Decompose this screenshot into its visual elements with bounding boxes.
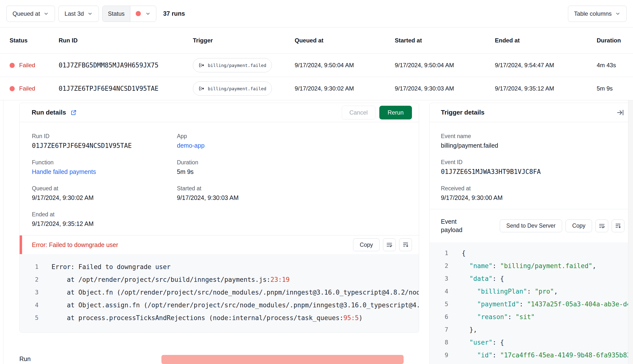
trigger-cell: billing/payment.failed xyxy=(193,58,295,72)
table-body: Failed 01J7ZFBG5DMM85MJA9H659JX75 billin… xyxy=(0,54,633,100)
vertical-scrollbar[interactable] xyxy=(628,100,633,364)
trigger-event-name: billing/payment.failed xyxy=(208,63,266,68)
time-range-filter-button[interactable]: Last 3d xyxy=(58,6,99,22)
code-line: 7 }, xyxy=(430,323,633,336)
line-number: 5 xyxy=(20,312,38,324)
cancel-button[interactable]: Cancel xyxy=(342,106,376,120)
event-id-label: Event ID xyxy=(441,159,633,166)
column-header-duration[interactable]: Duration xyxy=(597,37,633,44)
line-number: 1 xyxy=(20,260,38,273)
run-id-value: 01J7ZE6TPJF6E94NCSD1V95TAE xyxy=(32,142,177,150)
line-number: 3 xyxy=(20,286,38,299)
table-row[interactable]: Failed 01J7ZE6TPJF6E94NCSD1V95TAE billin… xyxy=(0,77,633,100)
table-row[interactable]: Failed 01J7ZFBG5DMM85MJA9H659JX75 billin… xyxy=(0,54,633,77)
timeline-run-label: Run xyxy=(20,356,31,362)
collapse-panel-icon[interactable] xyxy=(616,109,624,116)
status-label: Failed xyxy=(19,62,35,69)
code-text: at process.processTicksAndRejections (no… xyxy=(52,312,363,324)
app-link[interactable]: demo-app xyxy=(177,142,204,149)
trigger-cell: billing/payment.failed xyxy=(193,82,295,96)
table-columns-button[interactable]: Table columns xyxy=(568,6,626,22)
event-name-value: billing/payment.failed xyxy=(441,142,633,149)
status-label: Failed xyxy=(19,85,35,92)
run-details-fields: Run ID 01J7ZE6TPJF6E94NCSD1V95TAE App de… xyxy=(20,122,419,237)
ended-at-field: Ended at 9/17/2024, 9:35:12 AM xyxy=(32,211,177,228)
wrap-text-icon xyxy=(599,223,605,229)
code-text: "id": "17ca4ff6-45ea-4149-9b48-6fa935b83… xyxy=(462,349,633,362)
expand-lines-icon-button[interactable] xyxy=(612,220,624,232)
time-range-label: Last 3d xyxy=(64,10,84,17)
status-filter-value[interactable] xyxy=(130,6,156,22)
failed-dot-icon xyxy=(10,86,15,91)
send-to-dev-server-button[interactable]: Send to Dev Server xyxy=(500,220,562,232)
trigger-pill[interactable]: billing/payment.failed xyxy=(193,82,272,96)
column-header-ended-at[interactable]: Ended at xyxy=(495,37,597,44)
column-header-run-id[interactable]: Run ID xyxy=(59,37,193,44)
function-link[interactable]: Handle failed payments xyxy=(32,168,96,175)
run-id-cell[interactable]: 01J7ZE6TPJF6E94NCSD1V95TAE xyxy=(59,85,193,92)
code-line: 1{ xyxy=(430,247,633,260)
copy-error-button[interactable]: Copy xyxy=(353,238,380,251)
line-number: 4 xyxy=(20,299,38,312)
code-text: { xyxy=(462,247,466,260)
function-field: Function Handle failed payments xyxy=(32,159,177,176)
wrap-text-icon-button[interactable] xyxy=(596,220,608,232)
event-payload-header: Event payload Send to Dev Server Copy xyxy=(430,209,633,242)
column-header-queued-at[interactable]: Queued at xyxy=(295,37,395,44)
column-header-trigger[interactable]: Trigger xyxy=(193,37,295,44)
run-actions: Cancel Rerun xyxy=(342,106,412,120)
timeline-run-bar[interactable] xyxy=(162,355,404,364)
function-label: Function xyxy=(32,159,177,166)
code-line: 8 "user": { xyxy=(430,336,633,349)
status-filter[interactable]: Status xyxy=(102,6,156,22)
copy-payload-button[interactable]: Copy xyxy=(566,220,592,232)
duration-label: Duration xyxy=(177,159,419,166)
line-number: 2 xyxy=(430,260,448,272)
payload-code: 1{2 "name": "billing/payment.failed",3 "… xyxy=(430,242,633,364)
trigger-pill[interactable]: billing/payment.failed xyxy=(193,58,272,72)
code-line: 3 at Object.fn (/opt/render/project/src/… xyxy=(20,286,419,299)
trigger-details-title: Trigger details xyxy=(441,109,484,116)
queued-at-field: Queued at 9/17/2024, 9:30:02 AM xyxy=(32,185,177,202)
expanded-run-details: Run details Cancel Rerun Run ID 01J7ZE6T… xyxy=(0,100,633,364)
code-text: at /opt/render/project/src/build/inngest… xyxy=(52,273,290,286)
error-actions: Copy xyxy=(353,238,412,251)
status-cell: Failed xyxy=(0,85,59,92)
queued-at-filter-button[interactable]: Queued at xyxy=(6,6,55,22)
code-text: }, xyxy=(462,323,477,336)
run-id-field: Run ID 01J7ZE6TPJF6E94NCSD1V95TAE xyxy=(32,133,177,150)
failed-dot-icon xyxy=(10,63,15,68)
code-text: at Object.fn (/opt/render/project/src/no… xyxy=(52,286,419,299)
queued-at-cell: 9/17/2024, 9:30:02 AM xyxy=(295,85,395,92)
wrap-text-icon-button[interactable] xyxy=(383,238,396,251)
received-at-value: 9/17/2024, 9:30:00 AM xyxy=(441,194,633,202)
error-section: Error: Failed to downgrade user Copy 1Er… xyxy=(20,235,419,332)
chevron-down-icon xyxy=(145,11,151,16)
app-label: App xyxy=(177,133,419,140)
runs-page: Queued at Last 3d Status 37 runs Table c… xyxy=(0,0,633,364)
column-header-status[interactable]: Status xyxy=(0,37,59,44)
table-columns-label: Table columns xyxy=(574,10,612,17)
queued-at-filter-label: Queued at xyxy=(12,10,40,17)
expand-lines-icon xyxy=(402,242,409,248)
external-link-icon[interactable] xyxy=(70,110,77,116)
wrap-text-icon xyxy=(386,242,392,248)
started-at-label: Started at xyxy=(177,185,419,192)
code-line: 4 "billingPlan": "pro", xyxy=(430,285,633,298)
line-number: 4 xyxy=(430,285,448,298)
line-number: 6 xyxy=(430,310,448,323)
rerun-button[interactable]: Rerun xyxy=(379,106,412,120)
code-text: "data": { xyxy=(462,272,504,285)
received-at-label: Received at xyxy=(441,185,633,192)
line-number: 7 xyxy=(430,323,448,336)
expand-lines-icon-button[interactable] xyxy=(399,238,412,251)
event-icon xyxy=(198,86,205,91)
payload-actions: Send to Dev Server Copy xyxy=(500,220,624,232)
code-text: "name": "billing/payment.failed", xyxy=(462,260,596,272)
expanded-row-divider xyxy=(3,100,4,364)
code-text: } xyxy=(462,362,473,364)
status-filter-label: Status xyxy=(102,6,130,22)
run-id-cell[interactable]: 01J7ZFBG5DMM85MJA9H659JX75 xyxy=(59,62,193,69)
column-header-started-at[interactable]: Started at xyxy=(395,37,495,44)
code-line: 6 "reason": "sit" xyxy=(430,310,633,323)
